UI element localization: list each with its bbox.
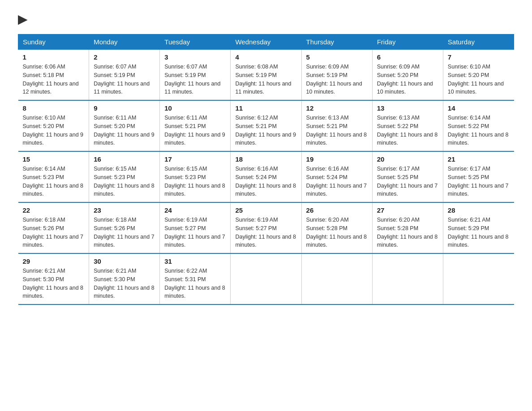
calendar-cell: 9 Sunrise: 6:11 AMSunset: 5:20 PMDayligh… [89, 100, 160, 151]
calendar-cell: 23 Sunrise: 6:18 AMSunset: 5:26 PMDaylig… [89, 202, 160, 253]
day-info: Sunrise: 6:22 AMSunset: 5:31 PMDaylight:… [164, 267, 226, 300]
calendar-cell: 2 Sunrise: 6:07 AMSunset: 5:19 PMDayligh… [89, 50, 160, 101]
calendar-cell: 3 Sunrise: 6:07 AMSunset: 5:19 PMDayligh… [160, 50, 231, 101]
calendar-cell: 12 Sunrise: 6:13 AMSunset: 5:21 PMDaylig… [301, 100, 372, 151]
day-info: Sunrise: 6:18 AMSunset: 5:26 PMDaylight:… [23, 216, 85, 249]
calendar-cell: 19 Sunrise: 6:16 AMSunset: 5:24 PMDaylig… [301, 151, 372, 202]
day-number: 17 [164, 155, 226, 163]
day-info: Sunrise: 6:15 AMSunset: 5:23 PMDaylight:… [164, 165, 226, 198]
calendar-cell: 18 Sunrise: 6:16 AMSunset: 5:24 PMDaylig… [231, 151, 301, 202]
calendar-cell [231, 253, 301, 304]
calendar-cell: 21 Sunrise: 6:17 AMSunset: 5:25 PMDaylig… [443, 151, 514, 202]
day-info: Sunrise: 6:17 AMSunset: 5:25 PMDaylight:… [377, 165, 438, 198]
day-info: Sunrise: 6:21 AMSunset: 5:30 PMDaylight:… [23, 267, 85, 300]
column-header-thursday: Thursday [301, 34, 372, 50]
day-number: 13 [377, 104, 438, 112]
day-number: 25 [235, 206, 296, 214]
day-number: 27 [377, 206, 438, 214]
day-info: Sunrise: 6:11 AMSunset: 5:21 PMDaylight:… [164, 114, 226, 147]
calendar-cell: 20 Sunrise: 6:17 AMSunset: 5:25 PMDaylig… [372, 151, 443, 202]
day-number: 11 [235, 104, 296, 112]
day-number: 8 [23, 104, 85, 112]
day-number: 16 [94, 155, 155, 163]
calendar-week-row: 22 Sunrise: 6:18 AMSunset: 5:26 PMDaylig… [18, 202, 514, 253]
day-number: 5 [306, 53, 368, 61]
day-info: Sunrise: 6:08 AMSunset: 5:19 PMDaylight:… [235, 63, 296, 96]
day-number: 12 [306, 104, 368, 112]
calendar-cell: 31 Sunrise: 6:22 AMSunset: 5:31 PMDaylig… [160, 253, 231, 304]
day-info: Sunrise: 6:16 AMSunset: 5:24 PMDaylight:… [235, 165, 296, 198]
day-number: 18 [235, 155, 296, 163]
calendar-week-row: 8 Sunrise: 6:10 AMSunset: 5:20 PMDayligh… [18, 100, 514, 151]
day-info: Sunrise: 6:15 AMSunset: 5:23 PMDaylight:… [94, 165, 155, 198]
column-header-friday: Friday [372, 34, 443, 50]
day-number: 3 [164, 53, 226, 61]
logo: ▶ [18, 13, 27, 25]
day-info: Sunrise: 6:09 AMSunset: 5:19 PMDaylight:… [306, 63, 368, 96]
day-info: Sunrise: 6:07 AMSunset: 5:19 PMDaylight:… [164, 63, 226, 96]
day-info: Sunrise: 6:06 AMSunset: 5:18 PMDaylight:… [23, 63, 85, 96]
calendar-cell: 22 Sunrise: 6:18 AMSunset: 5:26 PMDaylig… [18, 202, 89, 253]
calendar-cell [443, 253, 514, 304]
calendar-week-row: 15 Sunrise: 6:14 AMSunset: 5:23 PMDaylig… [18, 151, 514, 202]
calendar-cell: 16 Sunrise: 6:15 AMSunset: 5:23 PMDaylig… [89, 151, 160, 202]
day-number: 22 [23, 206, 85, 214]
column-header-saturday: Saturday [443, 34, 514, 50]
day-info: Sunrise: 6:21 AMSunset: 5:29 PMDaylight:… [448, 216, 510, 249]
day-info: Sunrise: 6:20 AMSunset: 5:28 PMDaylight:… [306, 216, 368, 249]
calendar-cell: 27 Sunrise: 6:20 AMSunset: 5:28 PMDaylig… [372, 202, 443, 253]
day-number: 2 [94, 53, 155, 61]
day-info: Sunrise: 6:14 AMSunset: 5:22 PMDaylight:… [448, 114, 510, 147]
calendar-cell [372, 253, 443, 304]
day-info: Sunrise: 6:17 AMSunset: 5:25 PMDaylight:… [448, 165, 510, 198]
day-number: 26 [306, 206, 368, 214]
day-info: Sunrise: 6:18 AMSunset: 5:26 PMDaylight:… [94, 216, 155, 249]
calendar-cell: 1 Sunrise: 6:06 AMSunset: 5:18 PMDayligh… [18, 50, 89, 101]
calendar-cell: 14 Sunrise: 6:14 AMSunset: 5:22 PMDaylig… [443, 100, 514, 151]
day-number: 28 [448, 206, 510, 214]
calendar-cell: 13 Sunrise: 6:13 AMSunset: 5:22 PMDaylig… [372, 100, 443, 151]
calendar-cell: 24 Sunrise: 6:19 AMSunset: 5:27 PMDaylig… [160, 202, 231, 253]
calendar-week-row: 1 Sunrise: 6:06 AMSunset: 5:18 PMDayligh… [18, 50, 514, 101]
day-info: Sunrise: 6:21 AMSunset: 5:30 PMDaylight:… [94, 267, 155, 300]
day-number: 10 [164, 104, 226, 112]
column-header-monday: Monday [89, 34, 160, 50]
day-info: Sunrise: 6:12 AMSunset: 5:21 PMDaylight:… [235, 114, 296, 147]
calendar-cell [301, 253, 372, 304]
calendar-cell: 5 Sunrise: 6:09 AMSunset: 5:19 PMDayligh… [301, 50, 372, 101]
day-number: 15 [23, 155, 85, 163]
day-info: Sunrise: 6:16 AMSunset: 5:24 PMDaylight:… [306, 165, 368, 198]
day-number: 6 [377, 53, 438, 61]
day-number: 24 [164, 206, 226, 214]
day-number: 23 [94, 206, 155, 214]
calendar-cell: 26 Sunrise: 6:20 AMSunset: 5:28 PMDaylig… [301, 202, 372, 253]
day-info: Sunrise: 6:10 AMSunset: 5:20 PMDaylight:… [23, 114, 85, 147]
day-number: 30 [94, 257, 155, 265]
day-number: 21 [448, 155, 510, 163]
day-info: Sunrise: 6:07 AMSunset: 5:19 PMDaylight:… [94, 63, 155, 96]
calendar-cell: 7 Sunrise: 6:10 AMSunset: 5:20 PMDayligh… [443, 50, 514, 101]
column-header-sunday: Sunday [18, 34, 89, 50]
column-header-tuesday: Tuesday [160, 34, 231, 50]
calendar-cell: 8 Sunrise: 6:10 AMSunset: 5:20 PMDayligh… [18, 100, 89, 151]
calendar-cell: 11 Sunrise: 6:12 AMSunset: 5:21 PMDaylig… [231, 100, 301, 151]
day-info: Sunrise: 6:13 AMSunset: 5:22 PMDaylight:… [377, 114, 438, 147]
day-number: 14 [448, 104, 510, 112]
day-info: Sunrise: 6:10 AMSunset: 5:20 PMDaylight:… [448, 63, 510, 96]
day-info: Sunrise: 6:19 AMSunset: 5:27 PMDaylight:… [235, 216, 296, 249]
day-number: 20 [377, 155, 438, 163]
day-number: 1 [23, 53, 85, 61]
day-info: Sunrise: 6:20 AMSunset: 5:28 PMDaylight:… [377, 216, 438, 249]
day-info: Sunrise: 6:11 AMSunset: 5:20 PMDaylight:… [94, 114, 155, 147]
calendar-cell: 28 Sunrise: 6:21 AMSunset: 5:29 PMDaylig… [443, 202, 514, 253]
day-info: Sunrise: 6:13 AMSunset: 5:21 PMDaylight:… [306, 114, 368, 147]
calendar-table: SundayMondayTuesdayWednesdayThursdayFrid… [18, 34, 514, 305]
day-number: 31 [164, 257, 226, 265]
day-number: 4 [235, 53, 296, 61]
calendar-cell: 17 Sunrise: 6:15 AMSunset: 5:23 PMDaylig… [160, 151, 231, 202]
column-header-wednesday: Wednesday [231, 34, 301, 50]
calendar-cell: 10 Sunrise: 6:11 AMSunset: 5:21 PMDaylig… [160, 100, 231, 151]
calendar-cell: 30 Sunrise: 6:21 AMSunset: 5:30 PMDaylig… [89, 253, 160, 304]
page-header: ▶ [18, 13, 514, 25]
day-info: Sunrise: 6:19 AMSunset: 5:27 PMDaylight:… [164, 216, 226, 249]
